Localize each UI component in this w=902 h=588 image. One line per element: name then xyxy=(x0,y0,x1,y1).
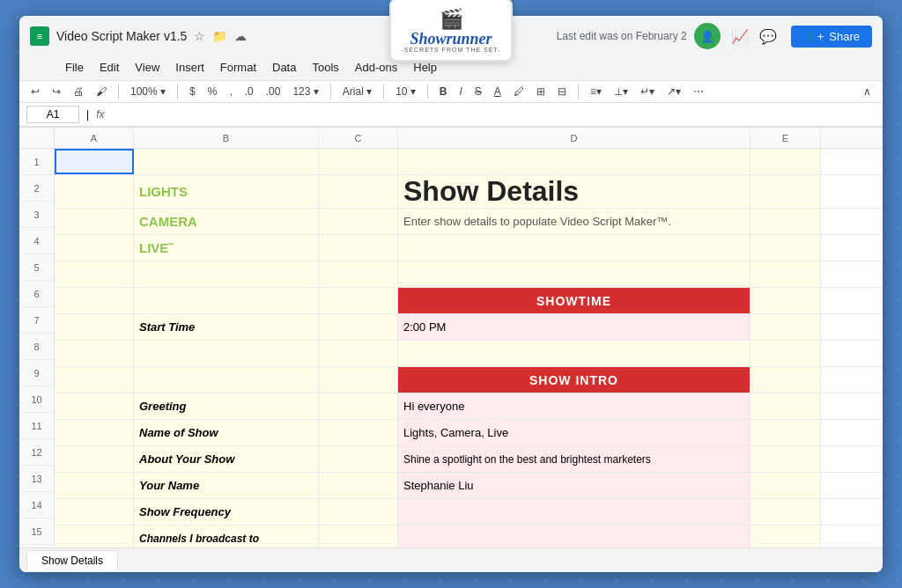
cell-e6[interactable] xyxy=(750,288,821,313)
cell-c15[interactable] xyxy=(319,526,398,548)
corner-cell[interactable] xyxy=(19,128,54,149)
cell-c13[interactable] xyxy=(319,473,398,498)
cell-e8[interactable] xyxy=(750,341,821,366)
row-header-15[interactable]: 15 xyxy=(19,518,54,545)
your-name-label[interactable]: Your Name xyxy=(134,473,319,498)
cell-b2[interactable]: LIGHTS xyxy=(134,175,319,208)
user-avatar[interactable]: 👤 xyxy=(694,23,721,49)
your-name-value[interactable]: Stephanie Liu xyxy=(398,473,750,498)
col-header-b[interactable]: B xyxy=(134,128,319,148)
cell-c7[interactable] xyxy=(319,314,398,340)
cell-a15[interactable] xyxy=(55,526,134,548)
cell-e14[interactable] xyxy=(750,499,821,525)
row-header-6[interactable]: 6 xyxy=(19,281,54,307)
decimal-remove-button[interactable]: .00 xyxy=(262,84,285,99)
row-header-12[interactable]: 12 xyxy=(19,439,54,466)
cell-e13[interactable] xyxy=(750,473,821,498)
paint-format-button[interactable]: 🖌 xyxy=(92,84,111,99)
cell-b8[interactable] xyxy=(134,341,319,366)
menu-edit[interactable]: Edit xyxy=(92,58,126,77)
folder-icon[interactable]: 📁 xyxy=(212,29,227,43)
cell-e9[interactable] xyxy=(750,367,821,393)
merge-button[interactable]: ⊟ xyxy=(553,84,571,99)
currency-button[interactable]: $ xyxy=(185,84,200,99)
about-show-value[interactable]: Shine a spotlight on the best and bright… xyxy=(398,446,750,472)
cell-c2[interactable] xyxy=(319,175,398,208)
cell-c4[interactable] xyxy=(319,235,398,261)
row-header-7[interactable]: 7 xyxy=(19,307,54,334)
cell-a9[interactable] xyxy=(55,367,134,393)
menu-format[interactable]: Format xyxy=(213,58,263,77)
name-of-show-value[interactable]: Lights, Camera, Live xyxy=(398,420,750,445)
align-button[interactable]: ≡▾ xyxy=(586,84,606,99)
font-select[interactable]: Arial ▾ xyxy=(338,84,376,99)
row-header-1[interactable]: 1 xyxy=(19,149,54,175)
cell-b4[interactable]: LIVE˜ xyxy=(134,235,319,261)
row-header-8[interactable]: 8 xyxy=(19,334,54,360)
borders-button[interactable]: ⊞ xyxy=(532,84,550,99)
cell-reference[interactable] xyxy=(26,106,79,123)
row-header-10[interactable]: 10 xyxy=(19,386,54,413)
cell-e11[interactable] xyxy=(750,420,821,445)
cell-e2[interactable] xyxy=(750,175,821,208)
cell-a7[interactable] xyxy=(55,314,134,340)
show-intro-header-cell[interactable]: SHOW INTRO xyxy=(398,367,750,393)
cell-b6[interactable] xyxy=(134,288,319,313)
greeting-label[interactable]: Greeting xyxy=(134,393,319,419)
cell-c11[interactable] xyxy=(319,420,398,445)
menu-data[interactable]: Data xyxy=(265,58,303,77)
strikethrough-button[interactable]: S xyxy=(470,84,486,99)
zoom-control[interactable]: 100% ▾ xyxy=(126,84,170,99)
cell-e1[interactable] xyxy=(750,149,821,174)
menu-insert[interactable]: Insert xyxy=(168,58,211,77)
decimal-add-button[interactable]: .0 xyxy=(240,84,258,99)
cell-b5[interactable] xyxy=(134,261,319,287)
cell-c14[interactable] xyxy=(319,499,398,525)
cell-a13[interactable] xyxy=(55,473,134,498)
cell-d3[interactable]: Enter show details to populate Video Scr… xyxy=(398,209,750,234)
cell-e3[interactable] xyxy=(750,209,821,234)
cell-a12[interactable] xyxy=(55,446,134,472)
cell-c5[interactable] xyxy=(319,261,398,287)
cell-a5[interactable] xyxy=(55,261,134,287)
cell-a1[interactable] xyxy=(55,149,134,174)
cell-e4[interactable] xyxy=(750,235,821,261)
comments-icon[interactable]: 💬 xyxy=(759,28,777,45)
menu-view[interactable]: View xyxy=(128,58,166,77)
comma-button[interactable]: , xyxy=(225,84,236,99)
font-size-select[interactable]: 10 ▾ xyxy=(391,84,420,99)
col-header-c[interactable]: C xyxy=(319,128,398,148)
cell-a11[interactable] xyxy=(55,420,134,445)
cell-e5[interactable] xyxy=(750,261,821,287)
cell-c10[interactable] xyxy=(319,393,398,419)
about-show-label[interactable]: About Your Show xyxy=(134,446,319,472)
rotate-button[interactable]: ↗▾ xyxy=(662,84,685,99)
show-frequency-value[interactable] xyxy=(398,499,750,525)
col-header-a[interactable]: A xyxy=(55,128,134,148)
row-header-4[interactable]: 4 xyxy=(19,228,54,254)
cell-c9[interactable] xyxy=(319,367,398,393)
cloud-icon[interactable]: ☁ xyxy=(234,29,247,43)
cell-b3[interactable]: CAMERA xyxy=(134,209,319,234)
channels-value[interactable] xyxy=(398,526,750,548)
menu-file[interactable]: File xyxy=(58,58,91,77)
cell-a8[interactable] xyxy=(55,341,134,366)
col-header-d[interactable]: D xyxy=(398,128,750,148)
showtime-header-cell[interactable]: SHOWTIME xyxy=(398,288,750,313)
channels-label[interactable]: Channels I broadcast to xyxy=(134,526,319,548)
collapse-button[interactable]: ∧ xyxy=(859,84,876,99)
row-header-9[interactable]: 9 xyxy=(19,360,54,386)
sheet-tab-show-details[interactable]: Show Details xyxy=(26,550,118,570)
row-header-3[interactable]: 3 xyxy=(19,202,54,228)
cell-e12[interactable] xyxy=(750,446,821,472)
print-button[interactable]: 🖨 xyxy=(69,84,88,99)
cell-a6[interactable] xyxy=(55,288,134,313)
cell-b1[interactable] xyxy=(134,149,319,174)
cell-d2[interactable]: Show Details xyxy=(398,175,750,208)
cell-c12[interactable] xyxy=(319,446,398,472)
col-header-e[interactable]: E xyxy=(750,128,821,148)
cell-b9[interactable] xyxy=(134,367,319,393)
redo-button[interactable]: ↪ xyxy=(48,84,65,99)
show-frequency-label[interactable]: Show Frequency xyxy=(134,499,319,525)
row-header-14[interactable]: 14 xyxy=(19,492,54,518)
